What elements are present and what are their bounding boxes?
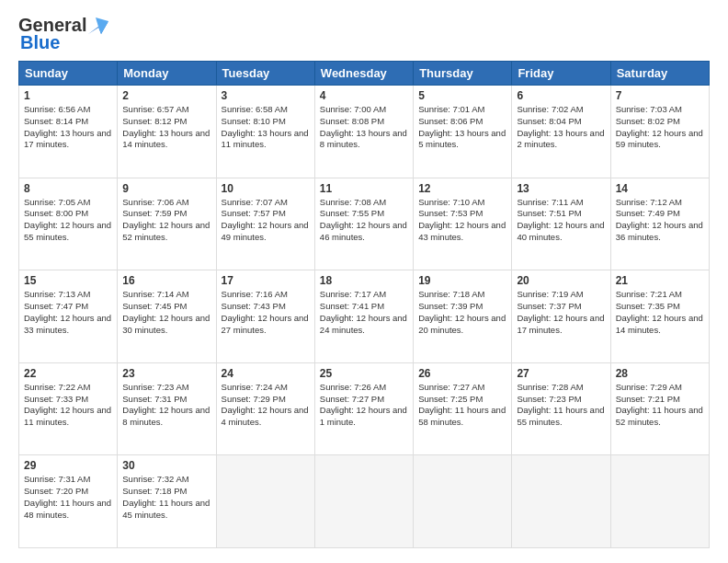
day-info: Sunrise: 7:21 AM Sunset: 7:35 PM Dayligh… — [616, 289, 704, 336]
calendar-cell — [314, 455, 413, 548]
day-info: Sunrise: 7:27 AM Sunset: 7:25 PM Dayligh… — [418, 382, 506, 429]
calendar-cell: 5 Sunrise: 7:01 AM Sunset: 8:06 PM Dayli… — [414, 86, 512, 178]
calendar-cell: 8 Sunrise: 7:05 AM Sunset: 8:00 PM Dayli… — [19, 178, 118, 270]
day-info: Sunrise: 7:26 AM Sunset: 7:27 PM Dayligh… — [320, 382, 408, 429]
calendar-cell: 28 Sunrise: 7:29 AM Sunset: 7:21 PM Dayl… — [610, 362, 709, 455]
weekday-header-thursday: Thursday — [414, 62, 512, 86]
day-info: Sunrise: 7:05 AM Sunset: 8:00 PM Dayligh… — [24, 197, 112, 244]
day-number: 22 — [24, 367, 112, 380]
day-info: Sunrise: 7:18 AM Sunset: 7:39 PM Dayligh… — [418, 289, 506, 336]
calendar-cell: 23 Sunrise: 7:23 AM Sunset: 7:31 PM Dayl… — [118, 362, 216, 455]
day-number: 19 — [418, 274, 506, 287]
day-number: 6 — [517, 89, 605, 102]
day-number: 26 — [418, 367, 506, 380]
calendar-cell: 25 Sunrise: 7:26 AM Sunset: 7:27 PM Dayl… — [314, 362, 413, 455]
calendar-cell: 30 Sunrise: 7:32 AM Sunset: 7:18 PM Dayl… — [118, 455, 216, 548]
day-info: Sunrise: 6:57 AM Sunset: 8:12 PM Dayligh… — [122, 104, 210, 151]
day-number: 3 — [222, 89, 310, 102]
logo-blue: Blue — [18, 32, 60, 53]
calendar-cell — [414, 455, 512, 548]
calendar-cell: 7 Sunrise: 7:03 AM Sunset: 8:02 PM Dayli… — [610, 86, 709, 178]
day-info: Sunrise: 6:58 AM Sunset: 8:10 PM Dayligh… — [222, 104, 310, 151]
calendar-cell: 15 Sunrise: 7:13 AM Sunset: 7:47 PM Dayl… — [19, 270, 118, 363]
day-number: 13 — [517, 182, 605, 195]
day-number: 18 — [320, 274, 408, 287]
day-number: 27 — [517, 367, 605, 380]
calendar-cell: 27 Sunrise: 7:28 AM Sunset: 7:23 PM Dayl… — [512, 362, 610, 455]
page: General Blue SundayMondayTuesdayWednesda… — [0, 0, 728, 563]
day-info: Sunrise: 7:03 AM Sunset: 8:02 PM Dayligh… — [616, 104, 704, 151]
calendar-cell: 29 Sunrise: 7:31 AM Sunset: 7:20 PM Dayl… — [19, 455, 118, 548]
day-number: 9 — [122, 182, 210, 195]
day-info: Sunrise: 7:19 AM Sunset: 7:37 PM Dayligh… — [517, 289, 605, 336]
calendar-cell: 13 Sunrise: 7:11 AM Sunset: 7:51 PM Dayl… — [512, 178, 610, 270]
calendar-cell: 24 Sunrise: 7:24 AM Sunset: 7:29 PM Dayl… — [216, 362, 314, 455]
day-info: Sunrise: 7:24 AM Sunset: 7:29 PM Dayligh… — [222, 382, 310, 429]
day-info: Sunrise: 7:01 AM Sunset: 8:06 PM Dayligh… — [418, 104, 506, 151]
calendar-cell: 17 Sunrise: 7:16 AM Sunset: 7:43 PM Dayl… — [216, 270, 314, 363]
calendar-cell — [512, 455, 610, 548]
day-number: 11 — [320, 182, 408, 195]
day-info: Sunrise: 7:10 AM Sunset: 7:53 PM Dayligh… — [418, 197, 506, 244]
logo: General Blue — [18, 15, 108, 53]
day-number: 23 — [122, 367, 210, 380]
header: General Blue — [18, 15, 710, 53]
calendar-cell: 11 Sunrise: 7:08 AM Sunset: 7:55 PM Dayl… — [314, 178, 413, 270]
day-number: 4 — [320, 89, 408, 102]
day-number: 24 — [222, 367, 310, 380]
calendar-cell: 16 Sunrise: 7:14 AM Sunset: 7:45 PM Dayl… — [118, 270, 216, 363]
svg-marker-1 — [96, 17, 108, 34]
calendar-cell: 6 Sunrise: 7:02 AM Sunset: 8:04 PM Dayli… — [512, 86, 610, 178]
calendar-cell: 19 Sunrise: 7:18 AM Sunset: 7:39 PM Dayl… — [414, 270, 512, 363]
day-info: Sunrise: 7:07 AM Sunset: 7:57 PM Dayligh… — [222, 197, 310, 244]
weekday-header-friday: Friday — [512, 62, 610, 86]
day-number: 25 — [320, 367, 408, 380]
calendar-cell: 14 Sunrise: 7:12 AM Sunset: 7:49 PM Dayl… — [610, 178, 709, 270]
calendar-cell: 1 Sunrise: 6:56 AM Sunset: 8:14 PM Dayli… — [19, 86, 118, 178]
calendar-cell: 26 Sunrise: 7:27 AM Sunset: 7:25 PM Dayl… — [414, 362, 512, 455]
day-number: 20 — [517, 274, 605, 287]
day-number: 17 — [222, 274, 310, 287]
day-info: Sunrise: 7:29 AM Sunset: 7:21 PM Dayligh… — [616, 382, 704, 429]
day-number: 30 — [122, 459, 210, 472]
day-info: Sunrise: 7:31 AM Sunset: 7:20 PM Dayligh… — [24, 474, 112, 521]
calendar-cell — [610, 455, 709, 548]
calendar-cell — [216, 455, 314, 548]
day-number: 7 — [616, 89, 704, 102]
day-number: 21 — [616, 274, 704, 287]
day-info: Sunrise: 7:13 AM Sunset: 7:47 PM Dayligh… — [24, 289, 112, 336]
calendar-cell: 4 Sunrise: 7:00 AM Sunset: 8:08 PM Dayli… — [314, 86, 413, 178]
weekday-header-monday: Monday — [118, 62, 216, 86]
calendar-cell: 22 Sunrise: 7:22 AM Sunset: 7:33 PM Dayl… — [19, 362, 118, 455]
calendar-cell: 20 Sunrise: 7:19 AM Sunset: 7:37 PM Dayl… — [512, 270, 610, 363]
day-info: Sunrise: 7:16 AM Sunset: 7:43 PM Dayligh… — [222, 289, 310, 336]
day-number: 15 — [24, 274, 112, 287]
calendar-cell: 21 Sunrise: 7:21 AM Sunset: 7:35 PM Dayl… — [610, 270, 709, 363]
day-info: Sunrise: 7:17 AM Sunset: 7:41 PM Dayligh… — [320, 289, 408, 336]
day-number: 29 — [24, 459, 112, 472]
calendar-cell: 12 Sunrise: 7:10 AM Sunset: 7:53 PM Dayl… — [414, 178, 512, 270]
day-info: Sunrise: 7:06 AM Sunset: 7:59 PM Dayligh… — [122, 197, 210, 244]
day-number: 8 — [24, 182, 112, 195]
day-number: 2 — [122, 89, 210, 102]
day-info: Sunrise: 7:08 AM Sunset: 7:55 PM Dayligh… — [320, 197, 408, 244]
calendar-cell: 9 Sunrise: 7:06 AM Sunset: 7:59 PM Dayli… — [118, 178, 216, 270]
day-number: 14 — [616, 182, 704, 195]
day-number: 28 — [616, 367, 704, 380]
day-number: 10 — [222, 182, 310, 195]
day-info: Sunrise: 7:32 AM Sunset: 7:18 PM Dayligh… — [122, 474, 210, 521]
day-info: Sunrise: 7:00 AM Sunset: 8:08 PM Dayligh… — [320, 104, 408, 151]
weekday-header-wednesday: Wednesday — [314, 62, 413, 86]
day-info: Sunrise: 7:28 AM Sunset: 7:23 PM Dayligh… — [517, 382, 605, 429]
calendar-cell: 3 Sunrise: 6:58 AM Sunset: 8:10 PM Dayli… — [216, 86, 314, 178]
weekday-header-saturday: Saturday — [610, 62, 709, 86]
calendar-cell: 10 Sunrise: 7:07 AM Sunset: 7:57 PM Dayl… — [216, 178, 314, 270]
day-number: 12 — [418, 182, 506, 195]
weekday-header-tuesday: Tuesday — [216, 62, 314, 86]
day-number: 1 — [24, 89, 112, 102]
calendar-table: SundayMondayTuesdayWednesdayThursdayFrid… — [18, 61, 710, 548]
day-number: 5 — [418, 89, 506, 102]
day-info: Sunrise: 7:11 AM Sunset: 7:51 PM Dayligh… — [517, 197, 605, 244]
day-number: 16 — [122, 274, 210, 287]
day-info: Sunrise: 7:22 AM Sunset: 7:33 PM Dayligh… — [24, 382, 112, 429]
